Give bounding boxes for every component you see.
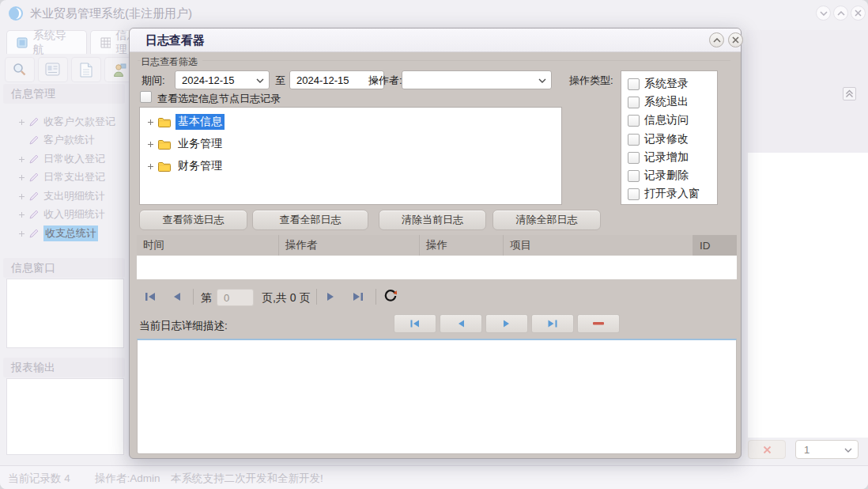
search-icon: [12, 62, 28, 78]
type-label: 记录增加: [644, 150, 689, 165]
log-viewer-dialog: 日志查看器 日志查看筛选 期间: 2024-12-15 至 2024-12-15…: [129, 28, 742, 459]
tool-icon: [28, 209, 40, 220]
detail-first-button[interactable]: [394, 314, 436, 333]
log-table-body: [137, 256, 737, 279]
right-content-area: [748, 153, 868, 438]
checkbox[interactable]: [628, 170, 640, 182]
first-page-button[interactable]: [145, 290, 156, 305]
maximize-button[interactable]: [833, 6, 848, 21]
minus-icon: [593, 322, 604, 325]
checkbox[interactable]: [628, 97, 640, 108]
sidebar-item-daily-expense[interactable]: 日常支出登记: [19, 169, 130, 186]
status-operator: 操作者:Admin: [95, 472, 160, 486]
refresh-button[interactable]: [384, 290, 397, 305]
detail-delete-button[interactable]: [577, 314, 620, 333]
clear-page-button[interactable]: [748, 440, 786, 459]
close-button[interactable]: [851, 6, 866, 21]
list-card-icon: [45, 63, 61, 77]
sidebar-item-income-detail[interactable]: 收入明细统计: [19, 206, 130, 223]
expander-icon[interactable]: [19, 231, 25, 237]
tool-icon: [28, 228, 40, 239]
tree-item-basic-info[interactable]: 基本信息: [148, 113, 225, 131]
tool-icon: [28, 135, 40, 146]
search-button[interactable]: [5, 57, 35, 82]
status-message: 本系统支持二次开发和全新开发!: [171, 472, 323, 486]
tree-item-label-selected: 基本信息: [175, 114, 225, 130]
detail-next-button[interactable]: [485, 314, 528, 333]
prev-page-icon: [172, 292, 181, 301]
folder-icon: [158, 117, 171, 127]
collapse-panel-button[interactable]: [843, 87, 856, 100]
col-operator[interactable]: 操作者: [279, 235, 420, 256]
sidebar-item-expense-detail[interactable]: 支出明细统计: [19, 188, 130, 205]
checkbox[interactable]: [628, 78, 640, 90]
detail-last-button[interactable]: [531, 314, 574, 333]
last-page-button[interactable]: [353, 290, 363, 305]
type-item-login[interactable]: 系统登录: [628, 77, 689, 91]
page-number-select[interactable]: 1: [795, 440, 859, 459]
type-item-logout[interactable]: 系统退出: [628, 95, 689, 109]
document-button[interactable]: [71, 57, 101, 82]
expander-icon[interactable]: [19, 157, 25, 162]
chevron-down-icon: [256, 78, 264, 83]
prev-page-button[interactable]: [172, 290, 181, 305]
checkbox[interactable]: [628, 188, 640, 200]
to-label: 至: [275, 74, 285, 88]
expander-icon[interactable]: [148, 164, 153, 169]
node-log-checkbox[interactable]: [140, 91, 152, 103]
minimize-button[interactable]: [816, 6, 831, 21]
list-view-button[interactable]: [38, 57, 68, 82]
type-item-delete[interactable]: 记录删除: [628, 169, 689, 183]
view-filtered-logs-button[interactable]: 查看筛选日志: [139, 210, 247, 230]
sidebar-item-label-selected: 收支总统计: [43, 226, 98, 241]
chevron-up-icon: [837, 11, 845, 16]
col-operation[interactable]: 操作: [420, 235, 504, 256]
dialog-collapse-button[interactable]: [709, 32, 724, 47]
detail-prev-button[interactable]: [440, 314, 482, 333]
expander-icon[interactable]: [148, 119, 153, 125]
sidebar-item-customer-stats[interactable]: 客户款统计: [19, 131, 130, 149]
sidebar-item-label: 支出明细统计: [43, 189, 105, 203]
sidebar-item-total-stats[interactable]: 收支总统计: [19, 225, 130, 242]
type-item-modify[interactable]: 记录修改: [628, 132, 689, 146]
col-time[interactable]: 时间: [137, 235, 279, 256]
view-all-logs-button[interactable]: 查看全部日志: [252, 210, 368, 230]
operation-type-label: 操作类型:: [569, 74, 613, 88]
tree-item-finance[interactable]: 财务管理: [148, 157, 225, 175]
sidebar-item-label: 客户款统计: [43, 133, 95, 147]
next-page-button[interactable]: [326, 290, 335, 305]
sidebar-item-label: 收客户欠款登记: [43, 115, 115, 129]
next-record-icon: [503, 320, 511, 328]
tree-item-label: 财务管理: [175, 158, 225, 174]
log-node-tree: 基本信息 业务管理 财务管理: [139, 107, 562, 205]
page-number-input[interactable]: [217, 289, 254, 306]
checkbox[interactable]: [628, 152, 640, 164]
clear-current-logs-button[interactable]: 清除当前日志: [379, 210, 486, 230]
expander-icon[interactable]: [148, 142, 153, 147]
detail-description-area[interactable]: [137, 339, 737, 454]
col-id[interactable]: ID: [693, 235, 737, 256]
checkbox[interactable]: [628, 115, 640, 127]
dialog-close-button[interactable]: [728, 32, 743, 47]
type-item-open-entry[interactable]: 打开录入窗: [628, 187, 700, 201]
expander-icon[interactable]: [19, 119, 25, 125]
expander-icon[interactable]: [19, 212, 25, 218]
checkbox[interactable]: [628, 134, 640, 146]
type-item-add[interactable]: 记录增加: [628, 150, 689, 165]
tree-item-business[interactable]: 业务管理: [148, 135, 225, 153]
type-label: 信息访问: [644, 113, 689, 127]
tab-system-nav[interactable]: 系统导航: [6, 30, 87, 54]
sidebar-item-daily-income[interactable]: 日常收入登记: [19, 150, 130, 168]
date-from-select[interactable]: 2024-12-15: [175, 70, 270, 89]
type-item-access[interactable]: 信息访问: [628, 113, 689, 127]
sidebar-item-receive-debt[interactable]: 收客户欠款登记: [19, 113, 130, 131]
expander-icon[interactable]: [19, 175, 25, 180]
title-bar: 米业贸易管理系统(非注册用户): [0, 0, 868, 27]
detail-description-label: 当前日志详细描述:: [139, 319, 228, 333]
node-log-checkbox-label: 查看选定信息节点日志记录: [157, 92, 281, 106]
col-item[interactable]: 项目: [504, 235, 693, 256]
operator-select[interactable]: [402, 70, 552, 89]
date-from-value: 2024-12-15: [182, 74, 235, 86]
clear-all-logs-button[interactable]: 清除全部日志: [492, 210, 601, 230]
expander-icon[interactable]: [19, 194, 25, 199]
